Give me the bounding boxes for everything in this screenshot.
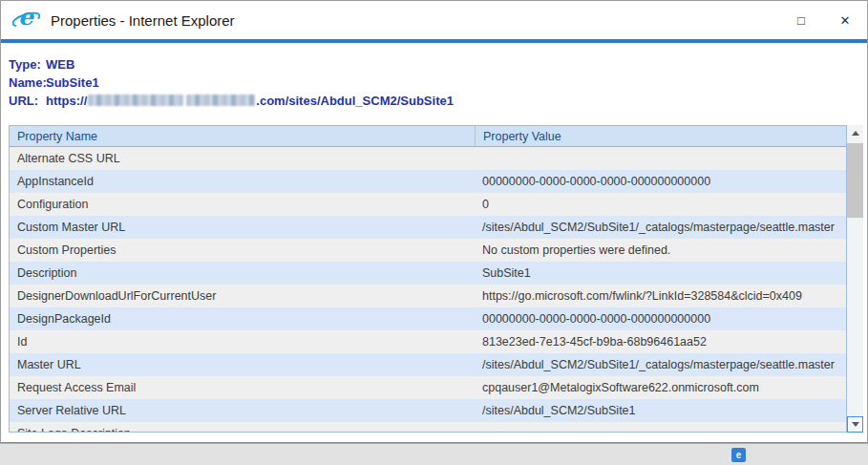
vertical-scrollbar[interactable] [847, 125, 863, 433]
properties-window: e Properties - Internet Explorer □ ✕ Typ… [0, 0, 868, 443]
table-row: Alternate CSS URL [10, 147, 846, 170]
property-value-cell: 813e23ed-7e13-45cf-b9ba-68b96461aa52 [475, 330, 846, 353]
property-value-cell [475, 147, 846, 170]
table-row: AppInstanceId 00000000-0000-0000-0000-00… [10, 170, 846, 193]
object-info: Type: WEB Name: SubSite1 URL: https://.c… [1, 43, 867, 110]
name-label: Name: [9, 74, 46, 92]
name-value: SubSite1 [46, 74, 99, 92]
url-redacted-segment [186, 95, 255, 106]
table-row: DesignerDownloadUrlForCurrentUser https:… [10, 285, 846, 307]
property-name-cell: Master URL [10, 353, 475, 376]
url-suffix: .com/sites/Abdul_SCM2/SubSite1 [256, 94, 454, 108]
window-controls: □ ✕ [779, 1, 867, 39]
url-redacted-segment [88, 95, 183, 106]
type-row: Type: WEB [9, 55, 867, 74]
property-name-cell: DesignPackageId [10, 307, 475, 330]
taskbar-strip: e [0, 443, 868, 465]
table-header-row: Property Name Property Value [10, 126, 846, 147]
type-label: Type: [9, 55, 46, 74]
table-row: Master URL /sites/Abdul_SCM2/SubSite1/_c… [10, 353, 846, 376]
property-name-cell: Custom Properties [10, 239, 475, 262]
column-header-property-name: Property Name [10, 126, 475, 146]
property-name-cell: Custom Master URL [10, 216, 475, 239]
property-value-cell: 00000000-0000-0000-0000-000000000000 [475, 307, 846, 330]
properties-table: Property Name Property Value Alternate C… [9, 125, 847, 433]
window-title: Properties - Internet Explorer [51, 12, 235, 29]
maximize-button[interactable]: □ [779, 1, 823, 39]
property-value-cell: 00000000-0000-0000-0000-000000000000 [475, 170, 846, 193]
property-name-cell: Description [10, 262, 475, 285]
property-value-cell [475, 422, 846, 433]
table-row: Id 813e23ed-7e13-45cf-b9ba-68b96461aa52 [10, 330, 846, 353]
property-name-cell: Configuration [10, 193, 475, 216]
tray-icon[interactable]: e [731, 448, 746, 462]
table-row: DesignPackageId 00000000-0000-0000-0000-… [10, 307, 846, 330]
property-value-cell: cpqauser1@MetalogixSoftware622.onmicroso… [475, 376, 846, 399]
url-value: https://.com/sites/Abdul_SCM2/SubSite1 [46, 92, 454, 110]
property-value-cell: https://go.microsoft.com/fwlink/?LinkId=… [475, 285, 846, 307]
table-row: Site Logo Description [10, 422, 846, 433]
property-name-cell: Request Access Email [10, 376, 475, 399]
table-row: Description SubSite1 [10, 262, 846, 285]
url-row: URL: https://.com/sites/Abdul_SCM2/SubSi… [9, 92, 867, 110]
close-button[interactable]: ✕ [823, 1, 867, 39]
type-value: WEB [46, 55, 74, 74]
scrollbar-track[interactable] [847, 141, 863, 416]
scroll-down-icon [852, 422, 859, 427]
property-name-cell: Alternate CSS URL [10, 147, 475, 170]
table-row: Server Relative URL /sites/Abdul_SCM2/Su… [10, 399, 846, 422]
scroll-up-button[interactable] [847, 125, 863, 141]
url-label: URL: [9, 92, 46, 110]
properties-table-body: Alternate CSS URL AppInstanceId 00000000… [10, 147, 846, 433]
name-row: Name: SubSite1 [9, 74, 867, 92]
property-value-cell: /sites/Abdul_SCM2/SubSite1/_catalogs/mas… [475, 353, 846, 376]
property-name-cell: Site Logo Description [10, 422, 475, 433]
property-value-cell: No custom properties were defined. [475, 239, 846, 262]
property-value-cell: 0 [475, 193, 846, 216]
url-prefix: https:// [46, 94, 87, 108]
column-header-property-value: Property Value [475, 126, 846, 146]
property-name-cell: Server Relative URL [10, 399, 475, 422]
scroll-down-button[interactable] [847, 416, 863, 433]
table-row: Configuration 0 [10, 193, 846, 216]
scrollbar-thumb[interactable] [847, 143, 863, 218]
table-row: Custom Master URL /sites/Abdul_SCM2/SubS… [10, 216, 846, 239]
scroll-up-icon [852, 131, 859, 136]
property-value-cell: /sites/Abdul_SCM2/SubSite1/_catalogs/mas… [475, 216, 846, 239]
property-name-cell: Id [10, 330, 475, 353]
property-name-cell: AppInstanceId [10, 170, 475, 193]
property-name-cell: DesignerDownloadUrlForCurrentUser [10, 285, 475, 307]
table-row: Request Access Email cpqauser1@Metalogix… [10, 376, 846, 399]
property-value-cell: /sites/Abdul_SCM2/SubSite1 [475, 399, 846, 422]
property-value-cell: SubSite1 [475, 262, 846, 285]
titlebar: e Properties - Internet Explorer □ ✕ [1, 1, 867, 39]
internet-explorer-logo-icon: e [13, 7, 40, 33]
table-row: Custom Properties No custom properties w… [10, 239, 846, 262]
